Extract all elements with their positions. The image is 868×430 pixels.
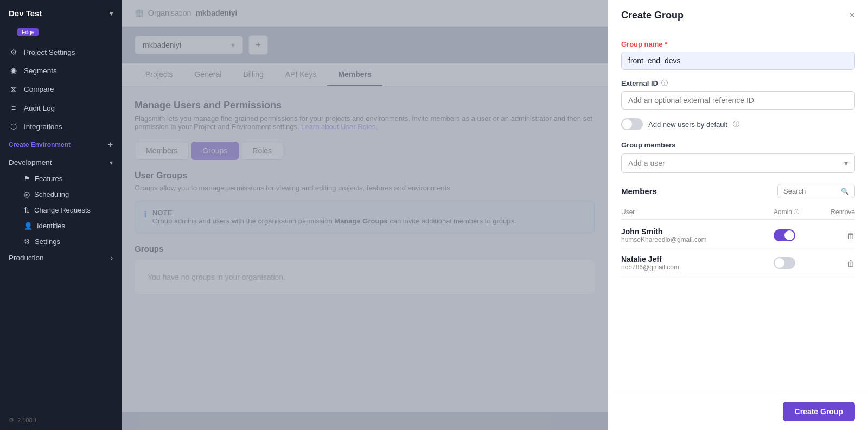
sidebar-item-segments[interactable]: ◉ Segments [0, 61, 122, 80]
member-info-natalie: Natalie Jeff nob786@gmail.com [621, 255, 774, 271]
members-panel-title: Members [621, 187, 657, 196]
search-input[interactable] [783, 187, 838, 195]
sidebar-app-header[interactable]: Dev Test ▾ [0, 0, 122, 27]
sidebar-nav: ⚙ Project Settings ◉ Segments ⧖ Compare … [0, 43, 122, 410]
main-content: 🏢 Organisation mkbadeniyi mkbadeniyi ▾ +… [122, 0, 608, 430]
col-admin-header: Admin ⓘ [774, 208, 817, 216]
sidebar-item-features[interactable]: ⚑ Features [0, 171, 122, 187]
production-env-item[interactable]: Production › [0, 249, 122, 266]
admin-info-icon: ⓘ [794, 208, 799, 216]
col-remove-header: Remove [817, 208, 855, 216]
members-panel-header: Members 🔍 [621, 184, 855, 198]
group-name-input[interactable] [621, 52, 855, 70]
members-panel-section: Members 🔍 User Admin ⓘ Remove [621, 184, 855, 277]
sub-item-label: Settings [35, 238, 60, 246]
create-group-button[interactable]: Create Group [783, 402, 855, 421]
segments-icon: ◉ [9, 66, 18, 75]
integrations-icon: ⬡ [9, 122, 18, 131]
remove-member-button[interactable]: 🗑 [847, 259, 855, 268]
compare-icon: ⧖ [9, 85, 18, 94]
sub-item-label: Features [35, 175, 62, 183]
sidebar-item-project-settings[interactable]: ⚙ Project Settings [0, 43, 122, 61]
sidebar-item-label: Compare [24, 85, 54, 93]
toggle-knob [775, 258, 784, 268]
plus-icon: + [108, 140, 113, 150]
search-box[interactable]: 🔍 [777, 184, 855, 198]
admin-toggle-col [774, 229, 817, 241]
sidebar-item-label: Segments [24, 67, 57, 75]
col-user-header: User [621, 208, 774, 216]
remove-col: 🗑 [817, 231, 855, 240]
edge-badge: Edge [17, 28, 39, 36]
right-panel: Create Group × Group name * External ID … [608, 0, 868, 430]
add-user-select[interactable]: Add a user ▾ [621, 153, 855, 173]
members-table: User Admin ⓘ Remove John Smith humseKhar… [621, 205, 855, 277]
search-icon: 🔍 [841, 188, 849, 195]
panel-title: Create Group [621, 10, 684, 21]
change-requests-icon: ⇅ [24, 206, 30, 214]
chevron-down-icon: ▾ [110, 10, 113, 17]
member-name: John Smith [621, 227, 774, 236]
production-label: Production [9, 254, 44, 262]
close-button[interactable]: × [849, 10, 855, 21]
chevron-down-icon: ▾ [110, 159, 113, 166]
app-name: Dev Test [9, 9, 42, 18]
sub-item-label: Scheduling [34, 190, 69, 198]
chevron-right-icon: › [111, 254, 113, 262]
toggle-knob [784, 230, 794, 240]
toggle-knob [622, 119, 632, 129]
sidebar: Dev Test ▾ Edge ⚙ Project Settings ◉ Seg… [0, 0, 122, 430]
sidebar-item-compare[interactable]: ⧖ Compare [0, 80, 122, 99]
main-overlay [122, 0, 608, 430]
sidebar-item-label: Audit Log [24, 104, 55, 112]
group-name-label: Group name * [621, 40, 855, 48]
panel-header: Create Group × [608, 0, 868, 29]
info-icon[interactable]: ⓘ [661, 79, 668, 88]
sidebar-item-audit-log[interactable]: ≡ Audit Log [0, 99, 122, 117]
sidebar-item-integrations[interactable]: ⬡ Integrations [0, 117, 122, 136]
development-label: Development [9, 158, 52, 166]
sidebar-item-settings[interactable]: ⚙ Settings [0, 234, 122, 249]
audit-icon: ≡ [9, 104, 18, 112]
sidebar-item-label: Project Settings [24, 48, 75, 56]
admin-toggle-col [774, 257, 817, 269]
admin-toggle-john[interactable] [774, 229, 795, 241]
sidebar-item-identities[interactable]: 👤 Identities [0, 218, 122, 234]
create-environment-label: Create Environment [9, 141, 71, 149]
chevron-down-icon: ▾ [844, 159, 848, 168]
external-id-input[interactable] [621, 91, 855, 110]
external-id-label: External ID [621, 79, 658, 87]
external-id-row: External ID ⓘ [621, 79, 855, 88]
add-user-placeholder: Add a user [628, 159, 665, 168]
sidebar-item-scheduling[interactable]: ◎ Scheduling [0, 187, 122, 202]
members-table-header: User Admin ⓘ Remove [621, 205, 855, 220]
member-email: nob786@gmail.com [621, 264, 774, 271]
version-label: 2.108.1 [17, 417, 37, 423]
remove-col: 🗑 [817, 259, 855, 268]
sidebar-item-change-requests[interactable]: ⇅ Change Requests [0, 202, 122, 218]
sidebar-item-label: Integrations [24, 123, 62, 131]
add-users-default-row: Add new users by default ⓘ [621, 118, 855, 130]
panel-body: Group name * External ID ⓘ Add new users… [608, 29, 868, 393]
sidebar-footer: ⚙ 2.108.1 [0, 410, 122, 430]
add-users-default-toggle[interactable] [621, 118, 643, 130]
admin-toggle-natalie[interactable] [774, 257, 795, 269]
panel-footer: Create Group [608, 393, 868, 430]
add-users-info-icon[interactable]: ⓘ [733, 120, 739, 129]
settings-icon: ⚙ [9, 48, 18, 56]
scheduling-icon: ◎ [24, 190, 30, 198]
version-icon: ⚙ [9, 416, 14, 423]
table-row: John Smith humseKhareedlo@gmail.com 🗑 [621, 222, 855, 249]
table-row: Natalie Jeff nob786@gmail.com 🗑 [621, 249, 855, 277]
create-environment-link[interactable]: Create Environment + [0, 136, 122, 154]
remove-member-button[interactable]: 🗑 [847, 231, 855, 240]
sub-item-label: Change Requests [34, 206, 91, 214]
member-email: humseKhareedlo@gmail.com [621, 236, 774, 243]
sub-item-label: Identities [37, 222, 65, 230]
features-icon: ⚑ [24, 175, 30, 183]
member-info-john: John Smith humseKhareedlo@gmail.com [621, 227, 774, 243]
group-members-label: Group members [621, 141, 855, 149]
development-env-header[interactable]: Development ▾ [0, 154, 122, 171]
add-users-default-label: Add new users by default [648, 120, 727, 129]
member-name: Natalie Jeff [621, 255, 774, 264]
